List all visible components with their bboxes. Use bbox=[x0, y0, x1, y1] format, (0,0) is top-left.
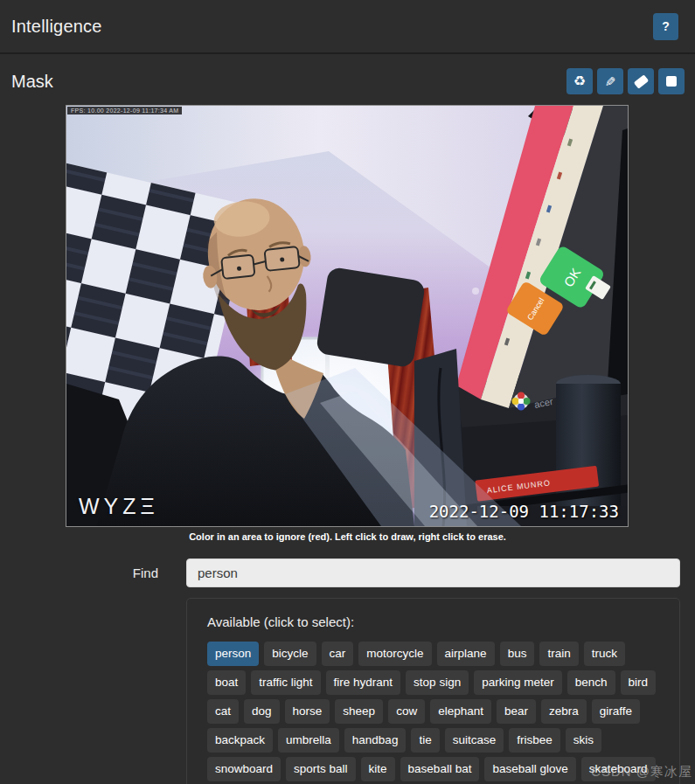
tag-sheep[interactable]: sheep bbox=[335, 699, 383, 724]
tag-handbag[interactable]: handbag bbox=[344, 728, 407, 753]
wall-speck bbox=[472, 288, 479, 295]
tag-person[interactable]: person bbox=[207, 642, 259, 666]
mask-draw-canvas[interactable]: acer OK Cancel bbox=[66, 105, 629, 527]
tag-bus[interactable]: bus bbox=[500, 642, 535, 666]
tag-horse[interactable]: horse bbox=[285, 699, 330, 724]
fps-overlay: FPS: 10.00 2022-12-09 11:17:34 AM bbox=[67, 107, 182, 114]
tag-car[interactable]: car bbox=[322, 642, 354, 666]
tag-bench[interactable]: bench bbox=[567, 670, 615, 695]
tag-stop-sign[interactable]: stop sign bbox=[406, 670, 469, 695]
find-input[interactable] bbox=[186, 559, 680, 587]
tag-tie[interactable]: tie bbox=[411, 728, 439, 753]
tag-bear[interactable]: bear bbox=[497, 699, 536, 724]
tag-frisbee[interactable]: frisbee bbox=[509, 728, 560, 753]
tag-skis[interactable]: skis bbox=[566, 728, 601, 753]
tag-umbrella[interactable]: umbrella bbox=[278, 728, 339, 753]
tag-bird[interactable]: bird bbox=[621, 670, 657, 695]
tag-backpack[interactable]: backpack bbox=[207, 728, 273, 753]
chair-headrest bbox=[316, 267, 426, 368]
recycle-icon: ♻ bbox=[573, 74, 586, 88]
pencil-icon: ✎ bbox=[605, 75, 616, 88]
wyze-logo: WYZΞ bbox=[79, 494, 159, 519]
help-button[interactable]: ? bbox=[653, 13, 678, 40]
available-panel: Available (click to select): personbicyc… bbox=[186, 598, 680, 784]
mask-toolbar: ♻ ✎ bbox=[566, 68, 685, 94]
timestamp-overlay: 2022-12-09 11:17:33 bbox=[429, 502, 619, 521]
page-title: Intelligence bbox=[11, 17, 102, 37]
camera-frame-illustration: acer OK Cancel bbox=[66, 106, 628, 526]
tag-parking-meter[interactable]: parking meter bbox=[474, 670, 562, 695]
stop-button[interactable] bbox=[658, 68, 685, 94]
reset-mask-button[interactable]: ♻ bbox=[566, 68, 593, 94]
tag-skateboard[interactable]: skateboard bbox=[581, 757, 656, 781]
tag-zebra[interactable]: zebra bbox=[541, 699, 587, 724]
tag-kite[interactable]: kite bbox=[361, 757, 395, 781]
tag-motorcycle[interactable]: motorcycle bbox=[358, 642, 431, 666]
tag-cat[interactable]: cat bbox=[207, 699, 239, 724]
tag-giraffe[interactable]: giraffe bbox=[592, 699, 640, 724]
tag-airplane[interactable]: airplane bbox=[437, 642, 495, 666]
mask-section-header: Mask ♻ ✎ bbox=[0, 54, 695, 98]
available-heading: Available (click to select): bbox=[207, 614, 659, 629]
find-label: Find bbox=[0, 565, 158, 580]
draw-button[interactable]: ✎ bbox=[597, 68, 623, 94]
tag-train[interactable]: train bbox=[539, 642, 578, 666]
tag-suitcase[interactable]: suitcase bbox=[445, 728, 504, 753]
mask-instructions: Color in an area to ignore (red). Left c… bbox=[0, 531, 695, 542]
tag-bicycle[interactable]: bicycle bbox=[264, 642, 316, 666]
question-mark-icon: ? bbox=[662, 19, 670, 33]
tag-baseball-bat[interactable]: baseball bat bbox=[400, 757, 480, 781]
tag-elephant[interactable]: elephant bbox=[430, 699, 491, 724]
tag-boat[interactable]: boat bbox=[207, 670, 246, 695]
tag-cow[interactable]: cow bbox=[388, 699, 425, 724]
erase-button[interactable] bbox=[628, 68, 654, 94]
tag-truck[interactable]: truck bbox=[584, 642, 625, 666]
tag-dog[interactable]: dog bbox=[244, 699, 280, 724]
tag-traffic-light[interactable]: traffic light bbox=[251, 670, 320, 695]
tag-fire-hydrant[interactable]: fire hydrant bbox=[326, 670, 401, 695]
tag-baseball-glove[interactable]: baseball glove bbox=[484, 757, 575, 781]
app-header: Intelligence ? bbox=[0, 0, 695, 54]
eraser-icon bbox=[633, 74, 648, 88]
find-row: Find bbox=[0, 559, 695, 587]
mask-title: Mask bbox=[11, 72, 53, 92]
tag-snowboard[interactable]: snowboard bbox=[207, 757, 281, 781]
tag-list: personbicyclecarmotorcycleairplanebustra… bbox=[207, 642, 660, 784]
stop-icon bbox=[666, 76, 677, 87]
tag-sports-ball[interactable]: sports ball bbox=[286, 757, 356, 781]
